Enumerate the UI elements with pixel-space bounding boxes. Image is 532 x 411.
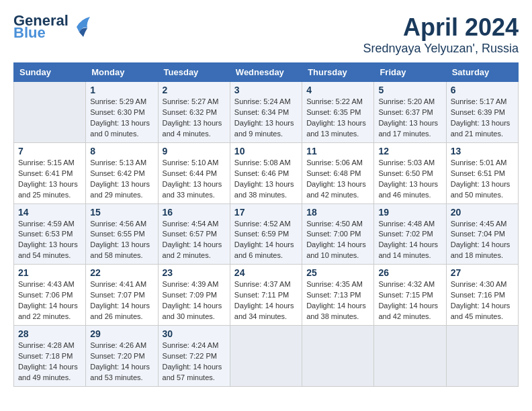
day-info: Sunrise: 4:28 AMSunset: 7:18 PMDaylight:… — [18, 340, 81, 383]
calendar-cell: 12Sunrise: 5:03 AMSunset: 6:50 PMDayligh… — [374, 142, 446, 203]
day-number: 13 — [451, 146, 514, 156]
day-number: 17 — [234, 207, 298, 218]
calendar-week-row: 1Sunrise: 5:29 AMSunset: 6:30 PMDaylight… — [14, 82, 519, 143]
calendar-cell — [230, 326, 302, 387]
day-number: 2 — [163, 85, 226, 95]
day-number: 10 — [234, 146, 298, 156]
day-info: Sunrise: 5:22 AMSunset: 6:35 PMDaylight:… — [306, 97, 369, 140]
day-info: Sunrise: 4:32 AMSunset: 7:15 PMDaylight:… — [378, 279, 441, 322]
day-info: Sunrise: 5:10 AMSunset: 6:44 PMDaylight:… — [163, 158, 226, 201]
day-info: Sunrise: 5:08 AMSunset: 6:46 PMDaylight:… — [234, 158, 298, 201]
day-number: 29 — [90, 328, 153, 339]
day-number: 3 — [234, 85, 298, 95]
weekday-header-monday: Monday — [86, 63, 158, 82]
day-number: 14 — [18, 207, 81, 218]
weekday-header-thursday: Thursday — [302, 63, 374, 82]
calendar-cell: 21Sunrise: 4:43 AMSunset: 7:06 PMDayligh… — [14, 265, 86, 326]
day-number: 23 — [163, 267, 226, 278]
calendar-cell — [374, 326, 446, 387]
day-number: 19 — [378, 207, 441, 218]
calendar-cell: 15Sunrise: 4:56 AMSunset: 6:55 PMDayligh… — [86, 203, 158, 265]
calendar-cell: 7Sunrise: 5:15 AMSunset: 6:41 PMDaylight… — [14, 142, 86, 203]
day-number: 18 — [306, 207, 369, 218]
day-number: 20 — [451, 207, 514, 218]
calendar-cell: 2Sunrise: 5:27 AMSunset: 6:32 PMDaylight… — [158, 82, 230, 143]
calendar-cell: 19Sunrise: 4:48 AMSunset: 7:02 PMDayligh… — [374, 203, 446, 265]
day-number: 22 — [90, 267, 153, 278]
month-year-title: April 2024 — [363, 13, 519, 42]
day-number: 5 — [378, 85, 441, 95]
day-number: 8 — [90, 146, 153, 156]
day-info: Sunrise: 4:48 AMSunset: 7:02 PMDaylight:… — [378, 219, 441, 262]
calendar-cell: 18Sunrise: 4:50 AMSunset: 7:00 PMDayligh… — [302, 203, 374, 265]
day-number: 27 — [451, 267, 514, 278]
day-info: Sunrise: 5:24 AMSunset: 6:34 PMDaylight:… — [234, 97, 298, 140]
weekday-header-wednesday: Wednesday — [230, 63, 302, 82]
title-block: April 2024 Srednyaya Yelyuzan', Russia — [363, 13, 519, 56]
calendar-week-row: 7Sunrise: 5:15 AMSunset: 6:41 PMDaylight… — [14, 142, 519, 203]
calendar-cell: 4Sunrise: 5:22 AMSunset: 6:35 PMDaylight… — [302, 82, 374, 143]
weekday-header-row: SundayMondayTuesdayWednesdayThursdayFrid… — [14, 63, 519, 82]
day-number: 11 — [306, 146, 369, 156]
calendar-cell: 13Sunrise: 5:01 AMSunset: 6:51 PMDayligh… — [446, 142, 518, 203]
calendar-cell: 11Sunrise: 5:06 AMSunset: 6:48 PMDayligh… — [302, 142, 374, 203]
calendar-cell: 16Sunrise: 4:54 AMSunset: 6:57 PMDayligh… — [158, 203, 230, 265]
day-info: Sunrise: 4:30 AMSunset: 7:16 PMDaylight:… — [451, 279, 514, 322]
day-number: 7 — [18, 146, 81, 156]
calendar-cell: 1Sunrise: 5:29 AMSunset: 6:30 PMDaylight… — [86, 82, 158, 143]
calendar-cell — [446, 326, 518, 387]
day-info: Sunrise: 4:50 AMSunset: 7:00 PMDaylight:… — [306, 219, 369, 262]
page-header: General Blue April 2024 Srednyaya Yelyuz… — [13, 13, 519, 56]
day-info: Sunrise: 5:06 AMSunset: 6:48 PMDaylight:… — [306, 158, 369, 201]
day-number: 24 — [234, 267, 298, 278]
location-subtitle: Srednyaya Yelyuzan', Russia — [363, 42, 519, 56]
calendar-week-row: 21Sunrise: 4:43 AMSunset: 7:06 PMDayligh… — [14, 265, 519, 326]
day-info: Sunrise: 5:01 AMSunset: 6:51 PMDaylight:… — [451, 158, 514, 201]
day-info: Sunrise: 4:39 AMSunset: 7:09 PMDaylight:… — [163, 279, 226, 322]
calendar-cell: 24Sunrise: 4:37 AMSunset: 7:11 PMDayligh… — [230, 265, 302, 326]
day-number: 15 — [90, 207, 153, 218]
day-info: Sunrise: 5:17 AMSunset: 6:39 PMDaylight:… — [451, 97, 514, 140]
day-info: Sunrise: 4:24 AMSunset: 7:22 PMDaylight:… — [163, 340, 226, 383]
day-info: Sunrise: 4:52 AMSunset: 6:59 PMDaylight:… — [234, 219, 298, 262]
calendar-cell: 3Sunrise: 5:24 AMSunset: 6:34 PMDaylight… — [230, 82, 302, 143]
day-number: 25 — [306, 267, 369, 278]
calendar-table: SundayMondayTuesdayWednesdayThursdayFrid… — [13, 62, 519, 387]
day-number: 1 — [90, 85, 153, 95]
logo-bird-icon — [71, 13, 91, 40]
day-info: Sunrise: 4:45 AMSunset: 7:04 PMDaylight:… — [451, 219, 514, 262]
calendar-cell: 17Sunrise: 4:52 AMSunset: 6:59 PMDayligh… — [230, 203, 302, 265]
calendar-cell: 14Sunrise: 4:59 AMSunset: 6:53 PMDayligh… — [14, 203, 86, 265]
day-number: 16 — [163, 207, 226, 218]
weekday-header-friday: Friday — [374, 63, 446, 82]
calendar-cell — [14, 82, 86, 143]
calendar-cell: 29Sunrise: 4:26 AMSunset: 7:20 PMDayligh… — [86, 326, 158, 387]
calendar-cell: 8Sunrise: 5:13 AMSunset: 6:42 PMDaylight… — [86, 142, 158, 203]
calendar-week-row: 28Sunrise: 4:28 AMSunset: 7:18 PMDayligh… — [14, 326, 519, 387]
day-number: 28 — [18, 328, 81, 339]
day-number: 26 — [378, 267, 441, 278]
day-number: 21 — [18, 267, 81, 278]
calendar-cell: 28Sunrise: 4:28 AMSunset: 7:18 PMDayligh… — [14, 326, 86, 387]
day-info: Sunrise: 5:13 AMSunset: 6:42 PMDaylight:… — [90, 158, 153, 201]
calendar-cell: 20Sunrise: 4:45 AMSunset: 7:04 PMDayligh… — [446, 203, 518, 265]
day-info: Sunrise: 5:29 AMSunset: 6:30 PMDaylight:… — [90, 97, 153, 140]
day-info: Sunrise: 5:15 AMSunset: 6:41 PMDaylight:… — [18, 158, 81, 201]
calendar-cell: 9Sunrise: 5:10 AMSunset: 6:44 PMDaylight… — [158, 142, 230, 203]
day-info: Sunrise: 4:37 AMSunset: 7:11 PMDaylight:… — [234, 279, 298, 322]
calendar-cell: 23Sunrise: 4:39 AMSunset: 7:09 PMDayligh… — [158, 265, 230, 326]
calendar-cell: 22Sunrise: 4:41 AMSunset: 7:07 PMDayligh… — [86, 265, 158, 326]
day-info: Sunrise: 4:56 AMSunset: 6:55 PMDaylight:… — [90, 219, 153, 262]
logo: General Blue — [13, 13, 91, 40]
day-info: Sunrise: 4:26 AMSunset: 7:20 PMDaylight:… — [90, 340, 153, 383]
weekday-header-tuesday: Tuesday — [158, 63, 230, 82]
day-number: 12 — [378, 146, 441, 156]
day-info: Sunrise: 4:43 AMSunset: 7:06 PMDaylight:… — [18, 279, 81, 322]
weekday-header-saturday: Saturday — [446, 63, 518, 82]
day-info: Sunrise: 4:41 AMSunset: 7:07 PMDaylight:… — [90, 279, 153, 322]
day-info: Sunrise: 5:27 AMSunset: 6:32 PMDaylight:… — [163, 97, 226, 140]
calendar-cell: 6Sunrise: 5:17 AMSunset: 6:39 PMDaylight… — [446, 82, 518, 143]
logo-text-blue: Blue — [13, 26, 69, 40]
calendar-cell: 25Sunrise: 4:35 AMSunset: 7:13 PMDayligh… — [302, 265, 374, 326]
calendar-cell: 26Sunrise: 4:32 AMSunset: 7:15 PMDayligh… — [374, 265, 446, 326]
